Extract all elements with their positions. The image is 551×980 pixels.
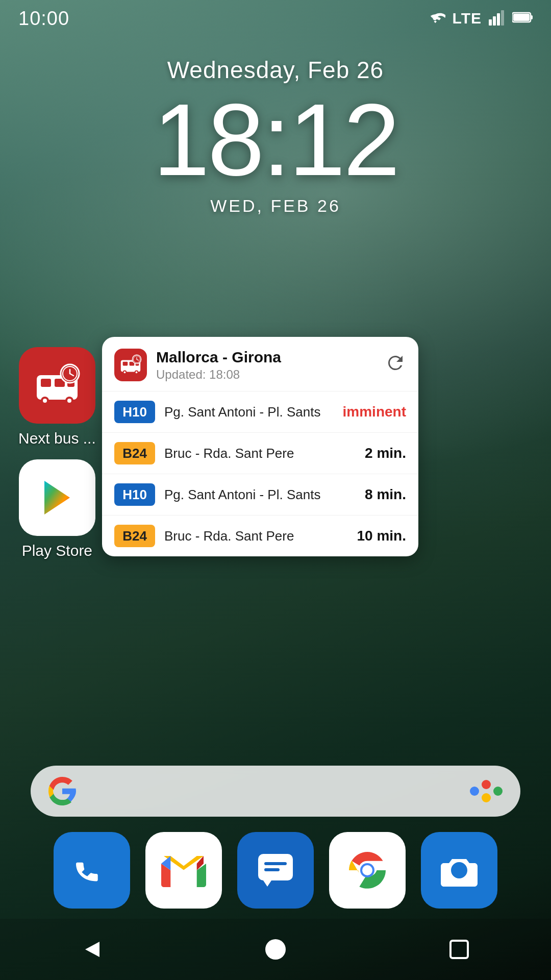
svg-rect-32 [258, 854, 293, 880]
lte-label: LTE [453, 10, 482, 27]
time-display: 18:12 [0, 89, 551, 191]
battery-icon [512, 11, 533, 26]
play-store-label: Play Store [22, 542, 92, 559]
svg-point-39 [470, 787, 479, 796]
nav-recents-button[interactable] [439, 929, 480, 970]
dock-camera-app[interactable] [421, 832, 497, 909]
nav-back-button[interactable] [71, 929, 112, 970]
svg-rect-5 [531, 15, 533, 19]
svg-rect-45 [450, 941, 468, 958]
route-time-1: imminent [343, 404, 406, 420]
route-badge-h10-1: H10 [114, 401, 155, 423]
bus-row-2: B24 Bruc - Rda. Sant Pere 2 min. [102, 433, 418, 474]
route-dest-3: Pg. Sant Antoni - Pl. Sants [164, 487, 356, 503]
next-bus-icon[interactable] [19, 347, 95, 424]
signal-icon [489, 9, 505, 28]
bus-row-1: H10 Pg. Sant Antoni - Pl. Sants imminent [102, 391, 418, 433]
google-search-bar[interactable] [31, 766, 520, 817]
svg-rect-1 [493, 16, 496, 26]
widget-header: Mallorca - Girona Updated: 18:08 [102, 337, 418, 391]
widget-app-icon [114, 349, 147, 381]
svg-rect-2 [497, 13, 500, 26]
svg-point-13 [43, 399, 47, 403]
dock-chrome-app[interactable] [329, 832, 406, 909]
route-badge-b24-1: B24 [114, 442, 155, 464]
dock-phone-app[interactable] [54, 832, 130, 909]
status-time: 10:00 [18, 8, 69, 30]
svg-point-37 [362, 865, 372, 875]
bus-widget: Mallorca - Girona Updated: 18:08 H10 Pg.… [102, 337, 418, 556]
widget-title: Mallorca - Girona [156, 348, 375, 366]
svg-point-27 [136, 371, 138, 373]
svg-marker-19 [44, 481, 70, 514]
svg-rect-3 [501, 10, 504, 26]
widget-refresh-button[interactable] [385, 352, 406, 378]
date-sub: WED, FEB 26 [0, 196, 551, 216]
dock-gmail-app[interactable] [145, 832, 222, 909]
navigation-bar [0, 919, 551, 980]
route-badge-b24-2: B24 [114, 525, 155, 547]
svg-point-14 [67, 399, 71, 403]
app-dock [54, 832, 497, 909]
svg-point-41 [493, 787, 503, 796]
dock-messages-app[interactable] [237, 832, 314, 909]
route-time-4: 10 min. [357, 528, 406, 544]
google-assistant-icon[interactable] [468, 777, 504, 805]
route-badge-h10-2: H10 [114, 483, 155, 506]
svg-rect-21 [123, 362, 128, 366]
svg-point-26 [124, 371, 126, 373]
svg-rect-0 [489, 19, 492, 26]
nav-home-button[interactable] [255, 929, 296, 970]
date-label: Wednesday, Feb 26 [0, 56, 551, 84]
svg-marker-43 [85, 942, 99, 957]
svg-point-38 [454, 865, 464, 875]
svg-point-42 [482, 793, 491, 802]
svg-point-44 [265, 939, 286, 960]
svg-rect-6 [513, 14, 530, 21]
route-time-3: 8 min. [365, 486, 406, 503]
route-dest-2: Bruc - Rda. Sant Pere [164, 446, 356, 461]
play-store-icon[interactable] [19, 459, 95, 536]
clock-area: Wednesday, Feb 26 18:12 WED, FEB 26 [0, 56, 551, 216]
route-dest-4: Bruc - Rda. Sant Pere [164, 528, 348, 544]
widget-updated: Updated: 18:08 [156, 368, 375, 382]
route-dest-1: Pg. Sant Antoni - Pl. Sants [164, 404, 334, 420]
bus-row-4: B24 Bruc - Rda. Sant Pere 10 min. [102, 516, 418, 556]
svg-point-40 [482, 780, 491, 789]
status-icons: LTE [427, 9, 533, 28]
wifi-icon [427, 10, 445, 27]
play-store-app[interactable]: Play Store [18, 459, 96, 559]
left-apps-column: Next bus ... Play Store [18, 347, 96, 559]
svg-rect-33 [264, 862, 287, 865]
route-time-2: 2 min. [365, 445, 406, 461]
bus-row-3: H10 Pg. Sant Antoni - Pl. Sants 8 min. [102, 474, 418, 516]
next-bus-label: Next bus ... [18, 430, 96, 447]
status-bar: 10:00 LTE [0, 0, 551, 37]
svg-rect-8 [41, 379, 51, 387]
widget-title-area: Mallorca - Girona Updated: 18:08 [156, 348, 375, 382]
google-g-icon [47, 776, 78, 806]
next-bus-app[interactable]: Next bus ... [18, 347, 96, 447]
svg-rect-34 [264, 868, 280, 871]
